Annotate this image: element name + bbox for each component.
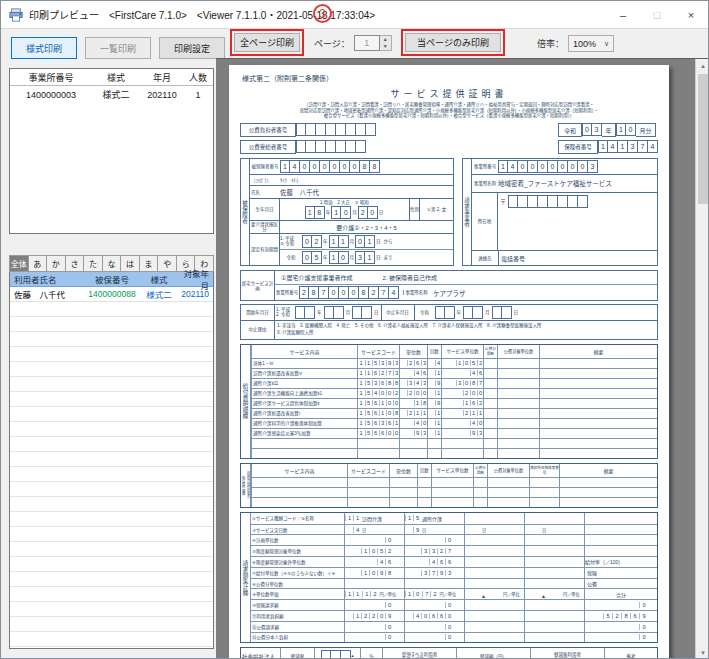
digit-cell [306,140,316,153]
summary-row-label: ⑬公費分本人負担 [251,633,345,643]
digit-cell [502,306,512,319]
tab-kana-5[interactable]: な [103,255,122,272]
digit-cell: 0 [626,123,636,136]
col-remarks: 備考 [605,648,657,659]
detail-empty-row [241,438,657,448]
digit-cell-group: 1 [428,420,442,426]
digit-cell: 0 [414,390,421,396]
print-current-page-button[interactable]: 当ページのみ印刷 [405,33,501,52]
spin-down-icon[interactable]: ▼ [380,43,391,50]
print-all-pages-button[interactable]: 全ページ印刷 [234,33,300,52]
service-units [441,449,483,458]
service-code: 156108 [357,409,399,418]
form-print-button[interactable]: 様式印刷 [11,37,77,59]
service-name: 身体1・Ⅳ [251,359,357,368]
day-suffix: 日 [481,527,486,533]
scroll-up-icon[interactable]: ▲ [700,59,706,73]
count: 1 [427,369,441,378]
count: 9 [427,379,441,388]
header-service-code: サービスコード [347,464,389,477]
user-row[interactable]: 佐藤 八千代 1400000088 様式二 202110 [10,287,213,302]
tab-kana-4[interactable]: た [84,255,103,272]
maximize-button[interactable]: □ [640,1,674,28]
digit-cell: 5 [603,613,612,619]
digit-cell: 2 [407,360,414,366]
scroll-thumb[interactable] [698,74,709,204]
summary-group: 11,12円／単位 [345,589,405,599]
digit-cell-group: 154002 [358,390,400,396]
print-settings-button[interactable]: 印刷設定 [159,37,225,59]
vertical-scrollbar[interactable]: ▲ ▼ [695,59,709,659]
digit-cell: 9 [386,360,393,366]
digit-cell: 6 [386,420,393,426]
tab-kana-2[interactable]: か [47,255,66,272]
digit-cell: 3 [355,251,365,264]
service-name: 通所介護Ⅱ11 [251,379,357,388]
list-print-button[interactable]: 一覧印刷 [85,37,151,59]
scroll-down-icon[interactable]: ▼ [700,646,706,659]
col-insured-number: 被保番号 [82,273,142,285]
kyufu-rate-label: 給付率（／100） [585,557,657,567]
digit-cell: 3 [421,548,429,554]
office-row[interactable]: 1400000003 様式二 202110 1 [10,86,213,103]
digit-cell [295,306,305,319]
kohi-count [483,379,497,388]
summary-group [465,600,525,610]
scale-dropdown[interactable]: 100% ∨ [568,35,614,52]
digit-cell: 0 [639,602,648,608]
page-stepper[interactable]: ▲ ▼ [380,35,392,51]
tab-kana-1[interactable]: あ [29,255,48,272]
spin-up-icon[interactable]: ▲ [380,36,391,43]
digit-cell: 1 [358,430,365,436]
digit-cell [336,140,346,153]
detail-row: 通所介護処遇改善加算Ⅰ1561082111211 [241,408,657,418]
digit-cell: 1 [361,570,369,576]
minimize-button[interactable]: – [606,1,640,28]
summary-group [345,579,405,589]
digit-cell-group: 211 [442,410,484,416]
birth-year-cells: 18 [305,206,325,219]
tab-kana-7[interactable]: ま [140,255,159,272]
name-label: 氏名 [250,190,280,195]
tab-all[interactable]: 全体 [9,255,29,272]
digit-cell: 0 [548,160,558,173]
digit-cell: 0 [350,160,360,173]
digit-cell: 4 [414,380,421,386]
digit-cell-group: 46 [345,559,393,565]
era-label: 令和 [558,123,582,137]
kohi-count [483,399,497,408]
document-title: サービス提供証明書 [240,87,658,100]
detail-row: 通所介護サービス提供体制加算Ⅱ156100189162 [241,398,657,408]
digit-cell [306,123,316,136]
summary-group: 0 [405,622,465,632]
digit-cell: 2 [369,613,377,619]
user-target-month: 202110 [176,289,211,299]
close-button[interactable]: × [674,1,708,28]
digit-cell: 7 [445,548,453,554]
summary-group [525,513,585,524]
digit-cell: 4 [470,370,477,376]
digit-cell-group: 0 [405,634,453,640]
kohi-futan-cells [296,123,376,137]
digit-cell: 9 [414,430,421,436]
service-units: 162 [441,399,483,408]
digit-cell-group: 0 [345,537,393,543]
user-insured-number: 1400000088 [82,289,142,299]
digit-cell: 0 [528,160,538,173]
digit-cell: 0 [470,390,477,396]
percent-label: ％ [361,648,383,659]
digit-cell: 8 [315,206,325,219]
detail-empty-row [241,497,657,507]
digit-cell: 4 [353,527,361,533]
digit-cell-group: 3087 [442,380,484,386]
page-input[interactable]: 1 [354,35,380,51]
summary-group: 日 [525,525,585,535]
tab-kana-6[interactable]: は [121,255,140,272]
tab-kana-8[interactable]: や [158,255,177,272]
summary-group: 466 [405,557,465,567]
tab-kana-3[interactable]: さ [66,255,85,272]
rate-cells-head: ▲ [315,648,361,659]
digit-cell: 0 [568,160,578,173]
digit-cell-group: 0 [405,602,453,608]
service-units: 1052 [441,359,483,368]
